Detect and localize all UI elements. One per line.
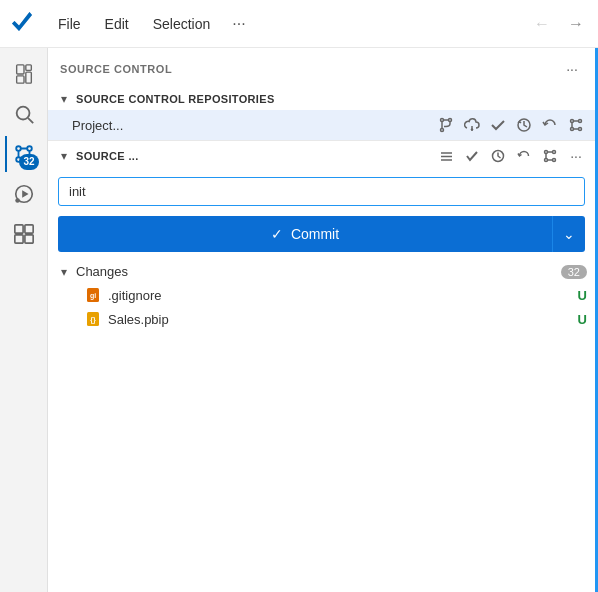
repo-row: Project...: [48, 110, 595, 140]
panel-more-button[interactable]: ···: [561, 58, 583, 80]
source-control-panel: SOURCE CONTROL ··· ▾ SOURCE CONTROL REPO…: [48, 48, 598, 592]
svg-rect-14: [14, 235, 22, 243]
svg-point-11: [15, 198, 20, 203]
file-item-salespbip[interactable]: {} Sales.pbip U: [48, 307, 595, 331]
graph-icon[interactable]: [565, 114, 587, 136]
repositories-section-header[interactable]: ▾ SOURCE CONTROL REPOSITORIES: [48, 88, 595, 110]
back-button[interactable]: ←: [528, 10, 556, 38]
svg-rect-3: [25, 72, 31, 83]
changes-chevron-icon: ▾: [56, 265, 72, 279]
history-icon[interactable]: [513, 114, 535, 136]
branch-icon[interactable]: [435, 114, 457, 136]
cloud-icon[interactable]: [461, 114, 483, 136]
commit-checkmark-icon: ✓: [271, 226, 283, 242]
commit-button-label: Commit: [291, 226, 339, 242]
gitignore-file-icon: gi: [84, 286, 102, 304]
menu-more[interactable]: ···: [224, 11, 253, 37]
changes-section-header[interactable]: ▾ Changes 32: [48, 260, 595, 283]
svg-point-6: [16, 146, 21, 151]
titlebar: File Edit Selection ··· ← →: [0, 0, 598, 48]
refresh-icon[interactable]: [539, 114, 561, 136]
source-history-icon[interactable]: [487, 145, 509, 167]
file-item-gitignore[interactable]: gi .gitignore U: [48, 283, 595, 307]
source-check-icon[interactable]: [461, 145, 483, 167]
gitignore-status: U: [578, 288, 587, 303]
svg-rect-1: [16, 76, 23, 83]
svg-point-18: [441, 129, 444, 132]
salespbip-filename: Sales.pbip: [108, 312, 572, 327]
commit-message-input[interactable]: [58, 177, 585, 206]
svg-point-23: [571, 128, 574, 131]
source-graph-icon[interactable]: [539, 145, 561, 167]
source-more-icon[interactable]: ···: [565, 145, 587, 167]
svg-rect-15: [24, 235, 32, 243]
repos-chevron-icon: ▾: [56, 92, 72, 106]
titlebar-right: ← →: [528, 10, 590, 38]
svg-line-5: [28, 118, 33, 123]
forward-button[interactable]: →: [562, 10, 590, 38]
svg-point-34: [545, 159, 548, 162]
changes-label: Changes: [76, 264, 557, 279]
svg-point-21: [571, 120, 574, 123]
svg-point-22: [579, 120, 582, 123]
svg-point-4: [16, 107, 29, 120]
check-icon[interactable]: [487, 114, 509, 136]
svg-text:{}: {}: [90, 316, 96, 324]
vscode-logo: [8, 8, 40, 40]
source-refresh-icon[interactable]: [513, 145, 535, 167]
svg-point-32: [545, 151, 548, 154]
commit-input-area: [48, 171, 595, 212]
svg-rect-0: [16, 65, 23, 74]
svg-rect-13: [24, 225, 32, 233]
svg-point-7: [27, 146, 32, 151]
run-activity-icon[interactable]: [6, 176, 42, 212]
svg-rect-12: [14, 225, 22, 233]
commit-dropdown-button[interactable]: ⌄: [552, 216, 585, 252]
repo-actions: [435, 114, 587, 136]
menu-edit[interactable]: Edit: [95, 12, 139, 36]
explorer-icon[interactable]: [6, 56, 42, 92]
source-section-label: SOURCE ...: [76, 150, 431, 162]
svg-point-17: [449, 119, 452, 122]
repositories-label: SOURCE CONTROL REPOSITORIES: [76, 93, 587, 105]
source-control-badge: 32: [19, 154, 38, 170]
svg-point-16: [441, 119, 444, 122]
source-section-header[interactable]: ▾ SOURCE ...: [48, 140, 595, 171]
menu-selection[interactable]: Selection: [143, 12, 221, 36]
salespbip-status: U: [578, 312, 587, 327]
menu-file[interactable]: File: [48, 12, 91, 36]
svg-rect-2: [25, 65, 31, 71]
svg-point-35: [553, 159, 556, 162]
search-activity-icon[interactable]: [6, 96, 42, 132]
source-control-activity-icon[interactable]: 32: [5, 136, 41, 172]
svg-marker-10: [22, 190, 28, 197]
panel-header: SOURCE CONTROL ···: [48, 48, 595, 88]
source-list-icon[interactable]: [435, 145, 457, 167]
activity-bar: 32: [0, 48, 48, 592]
changes-count-badge: 32: [561, 265, 587, 279]
svg-text:gi: gi: [90, 292, 96, 300]
commit-button-row: ✓ Commit ⌄: [48, 212, 595, 260]
gitignore-filename: .gitignore: [108, 288, 572, 303]
main-area: 32 SOURCE CONTROL ···: [0, 48, 598, 592]
repo-name: Project...: [72, 118, 429, 133]
source-chevron-icon: ▾: [56, 149, 72, 163]
commit-button[interactable]: ✓ Commit: [58, 216, 552, 252]
svg-point-24: [579, 128, 582, 131]
extensions-activity-icon[interactable]: [6, 216, 42, 252]
panel-title: SOURCE CONTROL: [60, 63, 553, 75]
svg-point-33: [553, 151, 556, 154]
pbip-file-icon: {}: [84, 310, 102, 328]
